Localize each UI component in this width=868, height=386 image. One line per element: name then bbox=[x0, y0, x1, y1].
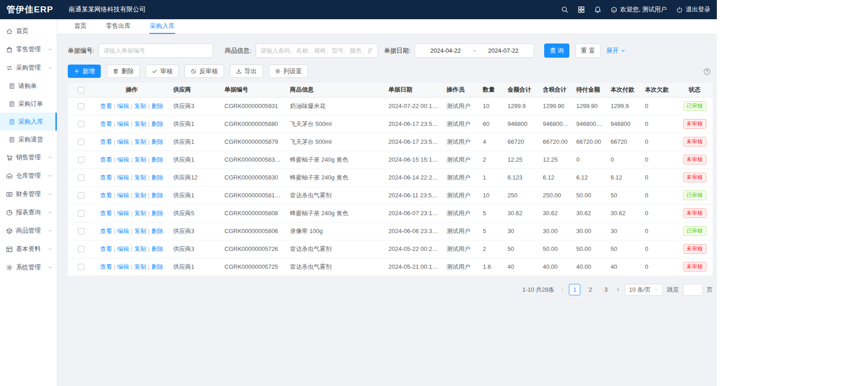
column-header: 操作 bbox=[94, 83, 169, 97]
row-action-delete[interactable]: 删除 bbox=[152, 245, 164, 252]
row-checkbox[interactable] bbox=[78, 210, 84, 217]
bell-icon[interactable] bbox=[594, 6, 601, 13]
sidebar-subitem-purchase-inbound[interactable]: 采购入库 bbox=[0, 113, 57, 130]
date-range-picker[interactable]: 2024-04-22 ~ 2024-07-22 bbox=[415, 43, 534, 58]
add-button[interactable]: 新增 bbox=[68, 65, 101, 78]
row-action-delete[interactable]: 删除 bbox=[152, 103, 164, 109]
row-action-edit[interactable]: 编辑 bbox=[117, 263, 129, 270]
export-button[interactable]: 导出 bbox=[230, 65, 263, 78]
finance-icon bbox=[6, 191, 13, 198]
row-action-copy[interactable]: 复制 bbox=[134, 120, 146, 127]
sidebar-subitem-purchase-return[interactable]: 采购退货 bbox=[0, 130, 57, 148]
tab-purchase-inbound[interactable]: 采购入库 bbox=[149, 19, 175, 34]
row-action-copy[interactable]: 复制 bbox=[134, 210, 146, 217]
row-action-copy[interactable]: 复制 bbox=[134, 263, 146, 270]
sidebar-item-goods[interactable]: 商品管理 bbox=[0, 222, 57, 240]
cell-product: 奶油味爆米花 bbox=[286, 97, 385, 115]
sidebar-item-sales[interactable]: 销售管理 bbox=[0, 148, 57, 167]
row-action-edit[interactable]: 编辑 bbox=[117, 210, 129, 217]
sidebar-item-finance[interactable]: 财务管理 bbox=[0, 185, 57, 203]
row-checkbox[interactable] bbox=[78, 264, 84, 270]
unaudit-button[interactable]: 反审核 bbox=[185, 65, 224, 78]
help-icon[interactable] bbox=[703, 68, 711, 76]
prev-page-button[interactable] bbox=[560, 287, 565, 292]
reset-button[interactable]: 重 置 bbox=[575, 43, 601, 58]
page-number-3[interactable]: 3 bbox=[600, 284, 611, 295]
row-checkbox[interactable] bbox=[78, 121, 84, 127]
page-size-select[interactable]: 10 条/页 bbox=[625, 284, 663, 296]
row-checkbox[interactable] bbox=[78, 192, 84, 199]
sidebar-item-home[interactable]: 首页 bbox=[0, 22, 57, 40]
select-all-checkbox[interactable] bbox=[78, 87, 84, 93]
row-action-delete[interactable]: 删除 bbox=[152, 156, 164, 163]
sidebar-item-purchase[interactable]: 采购管理 bbox=[0, 59, 57, 77]
row-action-view[interactable]: 查看 bbox=[100, 192, 112, 199]
sidebar-item-reports[interactable]: 报表查询 bbox=[0, 203, 57, 222]
row-action-delete[interactable]: 删除 bbox=[152, 174, 164, 181]
delete-button[interactable]: 删除 bbox=[107, 65, 140, 78]
sidebar-item-warehouse[interactable]: 仓库管理 bbox=[0, 167, 57, 185]
row-action-delete[interactable]: 删除 bbox=[152, 263, 164, 270]
audit-button[interactable]: 审核 bbox=[146, 65, 179, 78]
row-action-copy[interactable]: 复制 bbox=[134, 103, 146, 109]
row-checkbox[interactable] bbox=[78, 174, 84, 181]
row-action-view[interactable]: 查看 bbox=[100, 174, 112, 181]
sidebar-subitem-purchase-request[interactable]: 请购单 bbox=[0, 77, 57, 95]
row-checkbox[interactable] bbox=[78, 246, 84, 252]
search-button[interactable]: 查 询 bbox=[544, 43, 569, 58]
row-action-delete[interactable]: 删除 bbox=[152, 192, 164, 199]
row-action-view[interactable]: 查看 bbox=[100, 263, 112, 270]
cell-qty: 1.6 bbox=[479, 258, 504, 276]
sidebar-item-system[interactable]: 系统管理 bbox=[0, 258, 57, 277]
row-action-edit[interactable]: 编辑 bbox=[117, 103, 129, 109]
expand-link[interactable]: 展开 bbox=[606, 47, 626, 55]
row-action-edit[interactable]: 编辑 bbox=[117, 174, 129, 181]
bill-no-input[interactable] bbox=[98, 43, 213, 58]
row-action-copy[interactable]: 复制 bbox=[134, 192, 146, 199]
page-number-2[interactable]: 2 bbox=[584, 284, 596, 295]
row-action-copy[interactable]: 复制 bbox=[134, 138, 146, 145]
sidebar-item-basic-data[interactable]: 基本资料 bbox=[0, 240, 57, 258]
row-action-delete[interactable]: 删除 bbox=[152, 138, 164, 145]
row-action-view[interactable]: 查看 bbox=[100, 210, 112, 217]
row-action-view[interactable]: 查看 bbox=[100, 245, 112, 252]
product-input[interactable] bbox=[256, 43, 378, 58]
tab-retail-outbound[interactable]: 零售出库 bbox=[105, 19, 131, 34]
row-action-edit[interactable]: 编辑 bbox=[117, 192, 129, 199]
logout-button[interactable]: 退出登录 bbox=[676, 5, 710, 14]
jump-page-input[interactable] bbox=[683, 284, 703, 296]
row-checkbox[interactable] bbox=[78, 157, 84, 163]
row-action-delete[interactable]: 删除 bbox=[152, 210, 164, 217]
row-action-view[interactable]: 查看 bbox=[100, 103, 112, 109]
row-checkbox[interactable] bbox=[78, 103, 84, 109]
column-settings-button[interactable]: 列设置 bbox=[269, 65, 308, 78]
sidebar-item-retail[interactable]: 零售管理 bbox=[0, 40, 57, 59]
search-icon[interactable] bbox=[561, 6, 568, 13]
row-action-copy[interactable]: 复制 bbox=[134, 228, 146, 234]
row-action-view[interactable]: 查看 bbox=[100, 156, 112, 163]
user-welcome[interactable]: 欢迎您, 测试用户 bbox=[611, 5, 667, 14]
row-checkbox[interactable] bbox=[78, 139, 84, 145]
sidebar-subitem-purchase-order[interactable]: 采购订单 bbox=[0, 95, 57, 113]
row-action-view[interactable]: 查看 bbox=[100, 120, 112, 127]
pagination-total: 1-10 共28条 bbox=[522, 286, 554, 294]
next-page-button[interactable] bbox=[616, 287, 621, 292]
row-action-edit[interactable]: 编辑 bbox=[117, 120, 129, 127]
row-action-edit[interactable]: 编辑 bbox=[117, 245, 129, 252]
cell-debt: 0 bbox=[641, 204, 677, 222]
cell-tax_total: 66720.00 bbox=[539, 133, 573, 151]
row-action-copy[interactable]: 复制 bbox=[134, 245, 146, 252]
row-action-copy[interactable]: 复制 bbox=[134, 174, 146, 181]
tab-home[interactable]: 首页 bbox=[74, 19, 87, 34]
row-action-edit[interactable]: 编辑 bbox=[117, 228, 129, 234]
row-action-view[interactable]: 查看 bbox=[100, 138, 112, 145]
row-action-view[interactable]: 查看 bbox=[100, 228, 112, 234]
row-action-delete[interactable]: 删除 bbox=[152, 228, 164, 234]
row-checkbox[interactable] bbox=[78, 228, 84, 234]
row-action-copy[interactable]: 复制 bbox=[134, 156, 146, 163]
apps-icon[interactable] bbox=[578, 6, 585, 13]
page-number-1[interactable]: 1 bbox=[569, 284, 580, 295]
row-action-edit[interactable]: 编辑 bbox=[117, 138, 129, 145]
row-action-edit[interactable]: 编辑 bbox=[117, 156, 129, 163]
row-action-delete[interactable]: 删除 bbox=[152, 120, 164, 127]
